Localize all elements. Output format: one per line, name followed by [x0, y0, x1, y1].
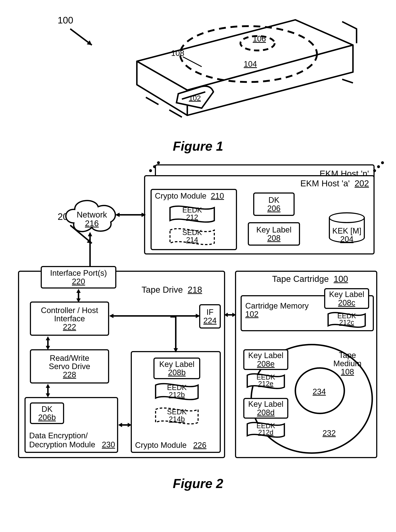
key-label-208c: Key Label 208c	[324, 288, 369, 309]
svg-text:212: 212	[186, 213, 198, 221]
eedk-212e: EEDK 212e	[245, 371, 286, 392]
svg-text:EEDK: EEDK	[167, 384, 187, 391]
data-enc-dec-module: DK 206b Data Encryption/ Decryption Modu…	[24, 397, 118, 453]
dk-206b-box: DK 206b	[30, 402, 64, 424]
svg-point-24	[381, 161, 384, 164]
svg-marker-43	[46, 336, 50, 340]
double-arrow-icon	[118, 420, 132, 430]
svg-marker-47	[46, 393, 50, 397]
svg-text:SEDK: SEDK	[167, 408, 187, 416]
figure-2-caption: Figure 2	[7, 476, 389, 491]
svg-marker-56	[224, 313, 228, 317]
figure-2-system: EKM Host 'n' EKM Host 'a' 202 Crypto Mod…	[18, 164, 378, 471]
ref-234: 234	[313, 387, 326, 396]
svg-point-21	[157, 161, 160, 164]
double-arrow-icon	[42, 336, 53, 350]
arrow-icon	[169, 315, 183, 353]
kek-cylinder: KEK [M] 204	[329, 212, 365, 248]
cartridge-memory-box: Cartridge Memory 102 Key Label 208c EEDK…	[241, 295, 374, 331]
svg-line-7	[342, 79, 353, 83]
svg-text:SEDK: SEDK	[182, 229, 202, 236]
key-label-208b: Key Label 208b	[153, 358, 200, 379]
ellipsis-icon	[147, 159, 163, 175]
svg-text:212d: 212d	[258, 429, 274, 436]
svg-text:212b: 212b	[169, 391, 185, 399]
controller-host-interface-box: Controller / Host Interface 222	[30, 301, 109, 336]
double-arrow-icon	[73, 289, 84, 302]
double-arrow-icon	[42, 384, 53, 397]
figure-1-caption: Figure 1	[7, 139, 389, 154]
svg-marker-44	[46, 346, 50, 350]
key-label-208e: Key Label 208e	[243, 349, 288, 370]
key-label-box: Key Label 208	[248, 222, 300, 246]
svg-text:214: 214	[186, 236, 198, 244]
svg-marker-46	[46, 384, 50, 388]
svg-marker-53	[118, 423, 122, 427]
svg-text:214b: 214b	[169, 415, 185, 423]
tapedrive-crypto-module: Key Label 208b EEDK 212b EEDK 212b SEDK …	[131, 351, 221, 453]
eedk-212c: EEDK 212c	[326, 309, 367, 331]
double-arrow-icon	[109, 311, 200, 321]
dk-box: DK 206	[253, 192, 295, 216]
eedk-212b: EEDK 212b	[153, 380, 200, 403]
sedk-wave: SEDK 214	[168, 225, 216, 248]
ekm-crypto-module: Crypto Module 210 EEDK 212 EEDK212 SEDK …	[151, 189, 237, 250]
if-box: IF 224	[199, 304, 221, 329]
tape-medium-label: Tape Medium 108	[333, 351, 362, 376]
double-arrow-icon	[85, 232, 95, 272]
tape-cartridge-box: Tape Cartridge 100 Cartridge Memory 102 …	[235, 271, 377, 458]
svg-marker-50	[196, 314, 200, 318]
tape-drive-box: Tape Drive 218 Interface Port(s) 220 Con…	[18, 271, 225, 458]
svg-marker-41	[76, 298, 81, 302]
svg-point-20	[153, 165, 156, 168]
svg-text:108: 108	[171, 49, 184, 58]
svg-marker-30	[115, 213, 120, 217]
svg-text:106: 106	[253, 34, 266, 43]
fig1-ref-number: 100	[58, 15, 73, 25]
ekm-host-a-box: EKM Host 'a' 202 Crypto Module 210 EEDK …	[144, 175, 375, 254]
ekm-host-a-title: EKM Host 'a' 202	[300, 178, 369, 188]
svg-point-19	[149, 169, 152, 172]
reference-arrow-100: 100 100	[52, 14, 99, 49]
double-arrow-icon	[224, 309, 236, 320]
svg-marker-51	[174, 348, 178, 353]
ref-232: 232	[322, 429, 336, 437]
interface-ports-box: Interface Port(s) 220	[41, 266, 116, 289]
svg-marker-31	[141, 213, 146, 217]
eedk-212d: EEDK 212d	[245, 419, 286, 441]
svg-marker-33	[88, 232, 92, 236]
tape-cartridge-illustration: 106 104 108 102 102 104 106 108	[101, 7, 371, 133]
svg-text:212c: 212c	[339, 319, 354, 326]
svg-point-23	[377, 165, 380, 168]
eedk-wave: EEDK 212	[168, 203, 216, 226]
sedk-214b: SEDK 214b	[153, 404, 200, 428]
key-label-208d: Key Label 208d	[243, 398, 288, 419]
double-arrow-icon	[115, 209, 146, 220]
svg-text:104: 104	[244, 59, 257, 68]
svg-text:EEDK: EEDK	[182, 206, 202, 214]
svg-text:102: 102	[189, 94, 201, 102]
rw-servo-box: Read/Write Servo Drive 228	[30, 349, 109, 384]
svg-text:212e: 212e	[258, 380, 274, 387]
svg-marker-49	[109, 314, 113, 318]
svg-line-5	[146, 97, 158, 105]
ellipsis-icon	[371, 159, 387, 175]
svg-marker-54	[128, 423, 132, 427]
svg-marker-40	[76, 289, 81, 293]
page: 100 100	[7, 7, 389, 525]
svg-point-22	[373, 169, 376, 172]
network-cloud: Network 216	[65, 196, 119, 232]
